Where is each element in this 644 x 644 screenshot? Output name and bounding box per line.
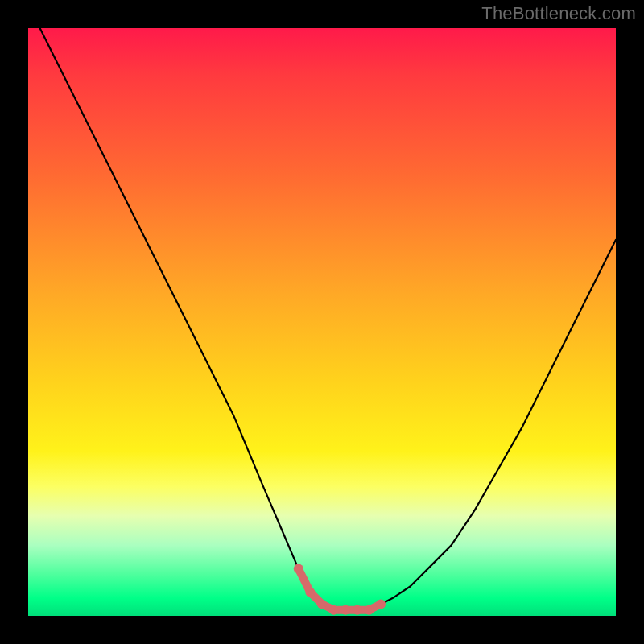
chart-frame: TheBottleneck.com (0, 0, 644, 644)
curve-svg (28, 28, 616, 616)
minimum-region-dot (341, 605, 350, 615)
minimum-region-dot (329, 605, 339, 615)
minimum-region-dot (305, 588, 315, 597)
bottleneck-curve (40, 28, 616, 610)
bottleneck-curve-path (40, 28, 616, 610)
minimum-region-markers (294, 564, 386, 615)
watermark-text: TheBottleneck.com (481, 3, 636, 24)
minimum-region-dot (376, 599, 386, 609)
minimum-region-dot (353, 605, 362, 615)
minimum-region-dot (317, 599, 327, 609)
plot-area (28, 28, 616, 616)
minimum-region-dot (294, 564, 303, 574)
minimum-region-dot (364, 605, 374, 615)
